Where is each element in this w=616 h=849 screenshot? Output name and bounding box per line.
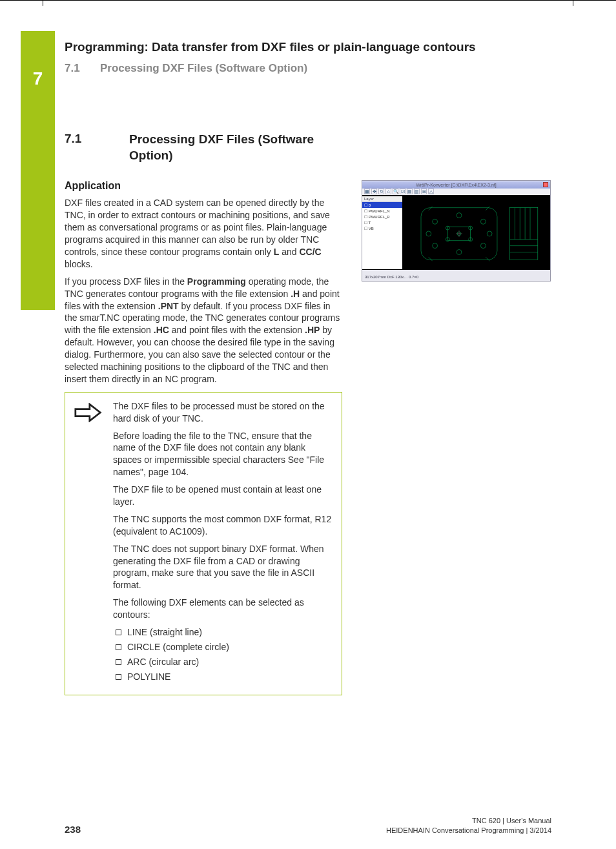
chapter-tab: 7: [21, 31, 55, 310]
layer-row: ☐ PWURFL_N: [362, 208, 402, 214]
page-content: Programming: Data transfer from DXF file…: [65, 40, 551, 695]
svg-point-5: [457, 250, 462, 255]
chapter-title: Programming: Data transfer from DXF file…: [65, 40, 551, 54]
cad-viewport: [402, 196, 550, 269]
svg-rect-15: [510, 208, 538, 260]
svg-point-4: [433, 243, 438, 249]
layer-row: ☐ VB: [362, 225, 402, 231]
note-body: The DXF files to be processed must be st…: [113, 400, 333, 686]
footer-meta: TNC 620 | User's Manual HEIDENHAIN Conve…: [386, 816, 551, 835]
list-item: ARC (circular arc): [113, 656, 333, 668]
paragraph-2: If you process DXF files in the Programm…: [65, 276, 342, 385]
note-p4: The TNC supports the most common DXF for…: [113, 513, 333, 538]
section-title-header: Processing DXF Files (Software Option): [100, 62, 307, 74]
svg-point-6: [480, 243, 486, 249]
page-footer: 238 TNC 620 | User's Manual HEIDENHAIN C…: [65, 816, 551, 835]
page-number: 238: [65, 824, 81, 835]
toolbar-icon: ▤: [407, 189, 413, 194]
text-column: Application DXF files created in a CAD s…: [65, 180, 342, 695]
list-item: POLYLINE: [113, 671, 333, 683]
cad-layer-panel: Layer ☐ 0 ☐ PWURFL_N ☐ PWURFL_R ☐ T ☐ VB: [362, 196, 402, 269]
toolbar-icon: △: [428, 189, 434, 194]
cad-status-bar: 317x207mm DxF 130x… 0.7=0: [362, 274, 550, 281]
layer-header: Layer: [362, 196, 402, 202]
paragraph-1: DXF files created in a CAD system can be…: [65, 197, 342, 270]
svg-point-1: [433, 220, 438, 225]
cad-screenshot: WräPr-Konverter [C:\DXF\Ex4\EX2-3.nf] ▦ …: [362, 180, 551, 281]
svg-point-2: [457, 213, 462, 218]
toolbar-icon: ✥: [371, 189, 377, 194]
note-p1: The DXF files to be processed must be st…: [113, 400, 333, 425]
note-p2: Before loading the file to the TNC, ensu…: [113, 430, 333, 479]
section-number-header: 7.1: [65, 62, 100, 75]
layer-row: ☐ PWURFL_R: [362, 214, 402, 220]
toolbar-icon: ☑: [400, 189, 406, 194]
toolbar-icon: ▦: [364, 189, 370, 194]
cad-window-title: WräPr-Konverter [C:\DXF\Ex4\EX2-3.nf]: [362, 181, 550, 189]
section-heading: 7.1 Processing DXF Files (Software Optio…: [65, 132, 551, 163]
subheading-application: Application: [65, 180, 342, 192]
section-number: 7.1: [65, 132, 129, 163]
layer-row-selected: ☐ 0: [362, 202, 402, 208]
svg-point-3: [480, 220, 486, 225]
toolbar-icon: ⊞: [421, 189, 427, 194]
note-arrow-icon: [74, 400, 103, 686]
toolbar-icon: ▥: [414, 189, 420, 194]
figure-column: WräPr-Konverter [C:\DXF\Ex4\EX2-3.nf] ▦ …: [362, 180, 551, 695]
note-list: LINE (straight line) CIRCLE (complete ci…: [113, 626, 333, 683]
toolbar-icon: ⌂: [385, 189, 391, 194]
footer-line-2: HEIDENHAIN Conversational Programming | …: [386, 826, 551, 835]
note-box: The DXF files to be processed must be st…: [65, 392, 342, 695]
section-title: Processing DXF Files (Software Option): [129, 132, 342, 163]
layer-row: ☐ T: [362, 220, 402, 225]
note-p5: The TNC does not support binary DXF form…: [113, 543, 333, 592]
svg-point-7: [426, 231, 431, 236]
footer-line-1: TNC 620 | User's Manual: [386, 816, 551, 825]
list-item: CIRCLE (complete circle): [113, 641, 333, 653]
cad-toolbar: ▦ ✥ ↻ ⌂ 🔍 ☑ ▤ ▥ ⊞ △: [364, 189, 434, 194]
list-item: LINE (straight line): [113, 626, 333, 639]
toolbar-icon: 🔍: [393, 189, 398, 194]
svg-point-8: [487, 231, 492, 236]
note-p3: The DXF file to be opened must contain a…: [113, 484, 333, 508]
chapter-number: 7: [21, 68, 55, 89]
chapter-subtitle: 7.1Processing DXF Files (Software Option…: [65, 62, 551, 75]
cad-window-buttons: [543, 182, 548, 187]
note-p6: The following DXF elements can be select…: [113, 597, 333, 621]
toolbar-icon: ↻: [378, 189, 384, 194]
